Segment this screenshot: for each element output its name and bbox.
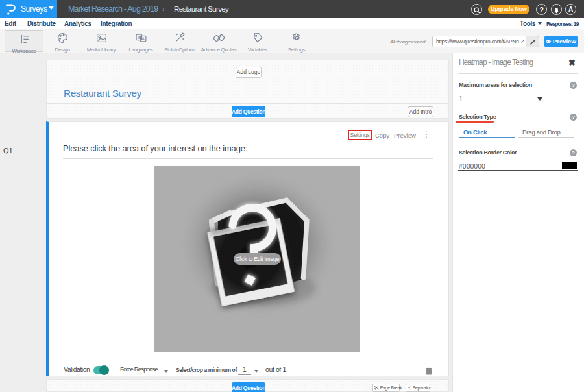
svg-text:a: a: [138, 35, 140, 40]
svg-text:Click to Edit Image: Click to Edit Image: [236, 256, 280, 262]
svg-text:A: A: [141, 36, 145, 41]
